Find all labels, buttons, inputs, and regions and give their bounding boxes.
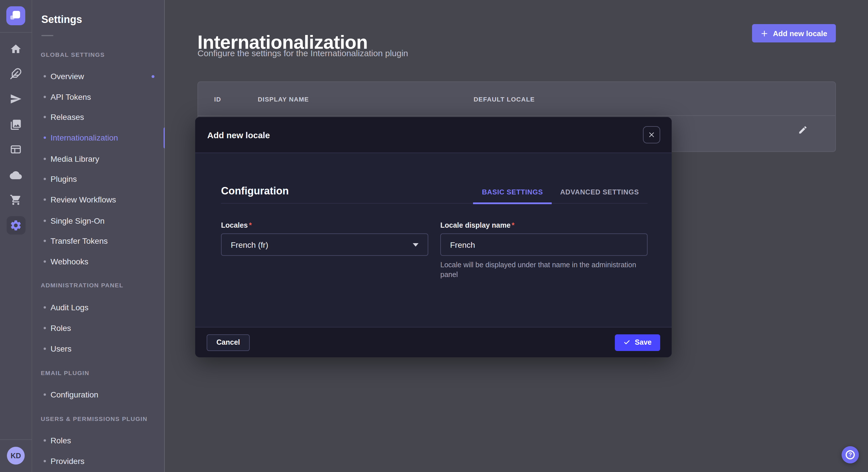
bullet-icon <box>43 116 46 118</box>
bullet-icon <box>43 75 46 77</box>
sidebar-item-label: Releases <box>51 112 84 122</box>
display-name-input[interactable] <box>440 233 648 256</box>
plus-icon <box>761 30 768 37</box>
column-header-default-locale: DEFAULT LOCALE <box>474 96 535 103</box>
modal-body: Configuration BASIC SETTINGS ADVANCED SE… <box>195 153 672 327</box>
required-asterisk: * <box>249 222 252 229</box>
cancel-button[interactable]: Cancel <box>207 334 250 351</box>
sidebar-item-label: Webhooks <box>51 257 88 266</box>
sidebar-item-label: Overview <box>51 72 84 81</box>
sidebar-item-single-sign-on[interactable]: Single Sign-On <box>32 210 164 231</box>
bullet-icon <box>43 240 46 242</box>
bullet-icon <box>43 394 46 396</box>
tab-advanced-settings[interactable]: ADVANCED SETTINGS <box>551 188 648 204</box>
sidebar-item-users[interactable]: Users <box>32 338 164 359</box>
configuration-heading: Configuration <box>221 185 289 203</box>
locales-select[interactable]: French (fr) <box>221 233 428 256</box>
save-button[interactable]: Save <box>615 334 660 351</box>
check-icon <box>623 339 630 346</box>
sidebar-item-label: Media Library <box>51 154 99 164</box>
settings-gear-icon[interactable] <box>6 216 25 235</box>
nav-section-label: ADMINISTRATION PANEL <box>41 281 123 289</box>
sidebar-item-label: Plugins <box>51 174 77 183</box>
sidebar-item-label: Users <box>51 344 71 353</box>
content-type-builder-icon[interactable] <box>8 141 24 157</box>
bullet-icon <box>43 96 46 98</box>
sidebar-item-plugins[interactable]: Plugins <box>32 169 164 189</box>
app-root: KD Settings GLOBAL SETTINGSOverviewAPI T… <box>0 0 868 472</box>
sidebar-item-label: Roles <box>51 324 71 333</box>
media-library-icon[interactable] <box>8 116 24 133</box>
strapi-logo[interactable] <box>6 6 25 25</box>
tab-basic-settings[interactable]: BASIC SETTINGS <box>473 188 552 204</box>
add-new-locale-button[interactable]: Add new locale <box>752 24 836 42</box>
sidebar-item-configuration[interactable]: Configuration <box>32 384 164 405</box>
display-name-hint: Locale will be displayed under that name… <box>440 260 648 279</box>
display-name-field: Locale display name* Locale will be disp… <box>440 222 648 279</box>
add-locale-modal: Add new locale Configuration BASIC SETTI… <box>195 117 672 357</box>
add-new-locale-label: Add new locale <box>773 29 827 38</box>
marketplace-cart-icon[interactable] <box>8 192 24 208</box>
nav-section-label: USERS & PERMISSIONS PLUGIN <box>41 415 148 422</box>
bullet-icon <box>43 439 46 442</box>
sidebar-item-label: Providers <box>51 457 84 466</box>
rail-top-divider <box>0 32 32 33</box>
table-header-divider <box>198 115 835 116</box>
sidebar-item-internationalization[interactable]: Internationalization <box>32 127 164 148</box>
sidebar-item-label: Single Sign-On <box>51 216 104 225</box>
subnav-title-divider <box>41 35 53 36</box>
sidebar-item-label: API Tokens <box>51 92 91 102</box>
modal-close-button[interactable] <box>643 126 660 143</box>
sidebar-item-roles[interactable]: Roles <box>32 318 164 338</box>
sidebar-item-api-tokens[interactable]: API Tokens <box>32 87 164 107</box>
user-avatar[interactable]: KD <box>7 447 25 465</box>
locales-field-label: Locales* <box>221 222 428 229</box>
configuration-header-row: Configuration BASIC SETTINGS ADVANCED SE… <box>221 153 648 204</box>
rail-bottom-divider <box>0 439 32 440</box>
sidebar-item-overview[interactable]: Overview <box>32 66 164 87</box>
bullet-icon <box>43 327 46 329</box>
save-button-label: Save <box>635 338 652 346</box>
cloud-icon[interactable] <box>8 167 24 183</box>
close-icon <box>648 131 655 138</box>
sidebar-item-label: Audit Logs <box>51 303 88 312</box>
sidebar-item-audit-logs[interactable]: Audit Logs <box>32 297 164 318</box>
bullet-icon <box>43 347 46 350</box>
locales-label-text: Locales <box>221 222 248 229</box>
bullet-icon <box>43 158 46 160</box>
strapi-logo-glyph-fold <box>10 15 14 20</box>
page-subtitle: Configure the settings for the Internati… <box>197 48 408 58</box>
bullet-icon <box>43 220 46 222</box>
locales-select-value: French (fr) <box>231 240 268 249</box>
paper-plane-icon[interactable] <box>8 91 24 107</box>
home-icon[interactable] <box>8 41 24 57</box>
modal-title: Add new locale <box>207 130 270 140</box>
sidebar-item-media-library[interactable]: Media Library <box>32 148 164 169</box>
locales-field: Locales* French (fr) <box>221 222 428 279</box>
chevron-down-icon <box>413 243 418 246</box>
sidebar-item-review-workflows[interactable]: Review Workflows <box>32 189 164 210</box>
bullet-icon <box>43 306 46 308</box>
edit-locale-button[interactable] <box>798 125 808 135</box>
sidebar-item-providers[interactable]: Providers <box>32 451 164 471</box>
sidebar-item-releases[interactable]: Releases <box>32 107 164 127</box>
main-nav-rail: KD <box>0 0 32 472</box>
content-feather-icon[interactable] <box>8 65 24 81</box>
sidebar-item-label: Roles <box>51 436 71 445</box>
notification-dot <box>152 75 154 78</box>
bullet-icon <box>43 198 46 201</box>
sidebar-item-label: Internationalization <box>51 133 118 142</box>
nav-section-label: GLOBAL SETTINGS <box>41 51 105 58</box>
column-header-display-name: DISPLAY NAME <box>258 96 309 103</box>
bullet-icon <box>43 136 46 139</box>
pencil-icon <box>798 125 808 135</box>
modal-footer: Cancel Save <box>195 327 672 357</box>
modal-header: Add new locale <box>195 117 672 153</box>
subnav-title: Settings <box>41 14 82 26</box>
sidebar-item-roles[interactable]: Roles <box>32 430 164 451</box>
settings-subnav: Settings GLOBAL SETTINGSOverviewAPI Toke… <box>32 0 165 472</box>
required-asterisk: * <box>512 222 515 229</box>
sidebar-item-transfer-tokens[interactable]: Transfer Tokens <box>32 231 164 251</box>
sidebar-item-webhooks[interactable]: Webhooks <box>32 251 164 272</box>
help-button[interactable]: ? <box>842 446 859 463</box>
